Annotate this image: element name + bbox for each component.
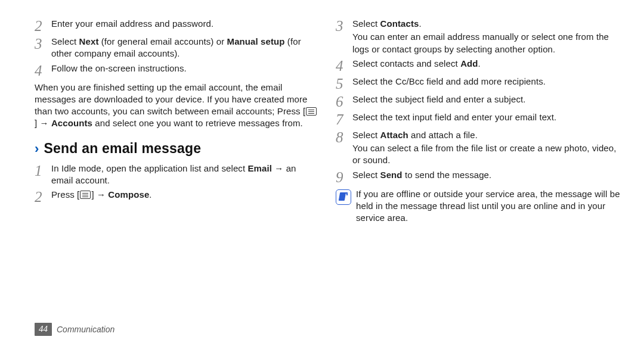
two-column-layout: 2 Enter your email address and password.… xyxy=(35,18,620,224)
text: to send the message. xyxy=(402,170,492,180)
text: When you are finished setting up the ema… xyxy=(35,82,308,117)
section-heading-send-email: › Send an email message xyxy=(35,139,319,158)
right-step-6: 6 Select the subject field and enter a s… xyxy=(336,94,620,109)
text: and attach a file. xyxy=(408,130,478,140)
bold-email: Email xyxy=(247,163,272,173)
step-number: 4 xyxy=(35,63,51,78)
send-step-1: 1 In Idle mode, open the application lis… xyxy=(35,163,319,187)
note-text: If you are offline or outside your servi… xyxy=(356,188,620,225)
step-number: 5 xyxy=(336,76,352,91)
step-number: 3 xyxy=(336,18,352,33)
step-number: 6 xyxy=(336,94,352,109)
step-subtext: You can select a file from the file list… xyxy=(352,142,620,167)
right-step-4: 4 Select contacts and select Add. xyxy=(336,58,620,73)
step-number: 3 xyxy=(35,36,51,51)
step-text: Press [] → Compose. xyxy=(51,189,319,201)
left-paragraph: When you are finished setting up the ema… xyxy=(35,82,319,130)
page-footer: 44 Communication xyxy=(35,323,114,336)
step-text: Select Attach and attach a file. You can… xyxy=(352,129,620,167)
text: . xyxy=(419,18,422,29)
text: Select xyxy=(352,130,380,140)
step-text: Select the text input field and enter yo… xyxy=(352,111,620,123)
text: Select xyxy=(51,36,79,46)
left-column: 2 Enter your email address and password.… xyxy=(35,18,319,224)
text: Select contacts and select xyxy=(352,58,460,68)
step-text: Select the subject field and enter a sub… xyxy=(352,94,620,105)
text: In Idle mode, open the application list … xyxy=(51,163,247,173)
text: . xyxy=(149,189,151,200)
step-number: 1 xyxy=(35,163,51,178)
left-step-4: 4 Follow the on-screen instructions. xyxy=(35,63,319,78)
send-step-2: 2 Press [] → Compose. xyxy=(35,189,319,204)
step-text: Select Next (for general email accounts)… xyxy=(51,36,319,60)
text: (for general email accounts) or xyxy=(98,36,227,46)
bold-manual-setup: Manual setup xyxy=(227,36,285,46)
step-number: 7 xyxy=(336,111,352,127)
right-step-5: 5 Select the Cc/Bcc field and add more r… xyxy=(336,76,620,91)
step-text: Enter your email address and password. xyxy=(51,18,319,30)
manual-page: 2 Enter your email address and password.… xyxy=(0,0,644,349)
bold-attach: Attach xyxy=(380,130,408,140)
bold-contacts: Contacts xyxy=(380,18,419,29)
text: ] → xyxy=(91,189,108,200)
step-text: Select the Cc/Bcc field and add more rec… xyxy=(352,76,620,88)
text: Press [ xyxy=(51,189,79,200)
footer-section-name: Communication xyxy=(57,325,114,334)
bold-compose: Compose xyxy=(108,189,149,200)
note-callout: If you are offline or outside your servi… xyxy=(336,188,620,225)
step-number: 9 xyxy=(336,169,352,185)
step-number: 2 xyxy=(35,18,51,33)
left-step-2: 2 Enter your email address and password. xyxy=(35,18,319,33)
step-number: 4 xyxy=(336,58,352,73)
text: . xyxy=(478,58,481,68)
step-text: Select Contacts. You can enter an email … xyxy=(352,18,620,55)
bold-next: Next xyxy=(79,36,99,46)
text: and select one you want to retrieve mess… xyxy=(92,118,303,128)
step-text: Follow the on-screen instructions. xyxy=(51,63,319,74)
right-step-3: 3 Select Contacts. You can enter an emai… xyxy=(336,18,620,55)
text: ] → xyxy=(35,118,51,128)
step-text: Select Send to send the message. xyxy=(352,169,620,181)
step-subtext: You can enter an email address manually … xyxy=(352,31,620,55)
menu-button-icon xyxy=(306,107,317,116)
left-step-3: 3 Select Next (for general email account… xyxy=(35,36,319,60)
step-text: Select contacts and select Add. xyxy=(352,58,620,70)
step-number: 8 xyxy=(336,129,352,145)
chevron-right-icon: › xyxy=(35,142,39,155)
menu-button-icon xyxy=(80,191,91,199)
text: Select xyxy=(352,170,380,180)
page-number-badge: 44 xyxy=(35,323,52,336)
text: Select xyxy=(352,18,380,29)
bold-add: Add xyxy=(460,58,478,68)
right-step-9: 9 Select Send to send the message. xyxy=(336,169,620,185)
step-text: In Idle mode, open the application list … xyxy=(51,163,319,187)
bold-send: Send xyxy=(380,170,402,180)
heading-text: Send an email message xyxy=(44,139,202,158)
right-step-7: 7 Select the text input field and enter … xyxy=(336,111,620,127)
bold-accounts: Accounts xyxy=(51,118,92,128)
step-number: 2 xyxy=(35,189,51,204)
note-icon xyxy=(336,189,351,205)
right-step-8: 8 Select Attach and attach a file. You c… xyxy=(336,129,620,167)
right-column: 3 Select Contacts. You can enter an emai… xyxy=(336,18,620,224)
